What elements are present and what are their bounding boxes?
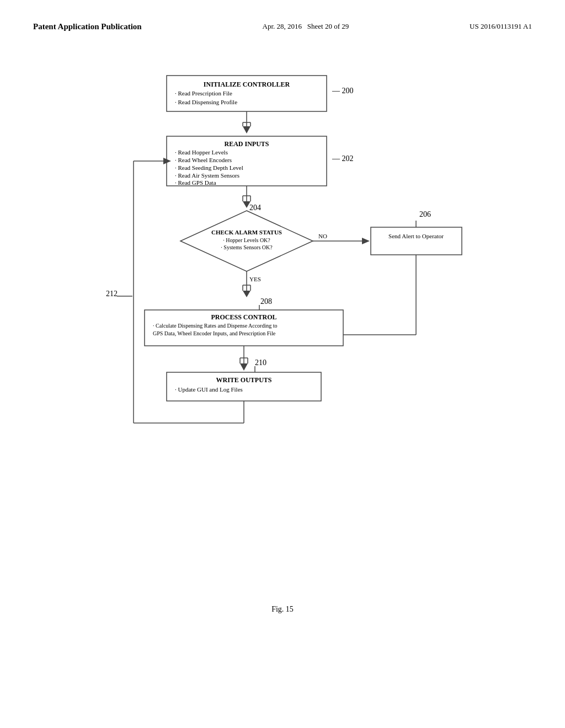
- page: Patent Application Publication Apr. 28, …: [0, 0, 565, 728]
- flowchart-diagram: INITIALIZE CONTROLLER · Read Prescriptio…: [73, 65, 492, 583]
- sheet-info: Sheet 20 of 29: [307, 22, 349, 30]
- header-center: Apr. 28, 2016 Sheet 20 of 29: [263, 22, 349, 31]
- svg-marker-43: [243, 291, 250, 297]
- svg-text:· Calculate Dispensing Rates a: · Calculate Dispensing Rates and Dispens…: [153, 323, 278, 329]
- svg-text:·  Read Hopper Levels: · Read Hopper Levels: [175, 149, 228, 156]
- svg-text:— 202: — 202: [332, 154, 354, 163]
- svg-marker-29: [362, 238, 370, 244]
- svg-text:210: 210: [255, 358, 266, 367]
- pub-date: Apr. 28, 2016: [263, 22, 302, 30]
- svg-rect-31: [371, 227, 462, 255]
- svg-text:INITIALIZE CONTROLLER: INITIALIZE CONTROLLER: [204, 81, 290, 88]
- svg-text:READ INPUTS: READ INPUTS: [224, 140, 269, 148]
- svg-text:· Systems Sensors OK?: · Systems Sensors OK?: [221, 244, 273, 250]
- svg-marker-6: [243, 126, 250, 133]
- svg-text:·  Read Air System Sensors: · Read Air System Sensors: [175, 172, 239, 179]
- svg-text:· Hopper Levels OK?: · Hopper Levels OK?: [223, 237, 270, 243]
- page-header: Patent Application Publication Apr. 28, …: [33, 22, 532, 31]
- figure-label: Fig. 15: [33, 605, 532, 614]
- svg-text:·  Read Prescription File: · Read Prescription File: [175, 90, 232, 97]
- svg-text:·  Read Dispensing Profile: · Read Dispensing Profile: [175, 99, 237, 105]
- svg-text:208: 208: [260, 297, 272, 306]
- publication-title: Patent Application Publication: [33, 22, 142, 31]
- svg-text:206: 206: [419, 210, 431, 218]
- svg-text:NO: NO: [318, 233, 327, 239]
- svg-text:— 200: — 200: [332, 87, 354, 95]
- svg-text:212: 212: [106, 290, 118, 298]
- svg-text:WRITE OUTPUTS: WRITE OUTPUTS: [216, 376, 271, 384]
- svg-text:CHECK ALARM STATUS: CHECK ALARM STATUS: [211, 229, 282, 235]
- svg-text:·  Read Seeding Depth Level: · Read Seeding Depth Level: [175, 164, 243, 171]
- svg-text:YES: YES: [249, 276, 261, 282]
- svg-text:·  Read Wheel Encoders: · Read Wheel Encoders: [175, 157, 232, 163]
- svg-marker-54: [240, 363, 248, 371]
- svg-text:PROCESS CONTROL: PROCESS CONTROL: [211, 313, 276, 321]
- svg-text:·  Update GUI and Log Files: · Update GUI and Log Files: [175, 386, 243, 393]
- svg-text:204: 204: [249, 204, 261, 212]
- svg-text:GPS Data, Wheel Encoder Inputs: GPS Data, Wheel Encoder Inputs, and Pres…: [153, 330, 276, 336]
- patent-number: US 2016/0113191 A1: [470, 22, 532, 31]
- svg-text:Send Alert to Operator: Send Alert to Operator: [388, 233, 444, 239]
- svg-text:·  Read GPS Data: · Read GPS Data: [175, 179, 216, 186]
